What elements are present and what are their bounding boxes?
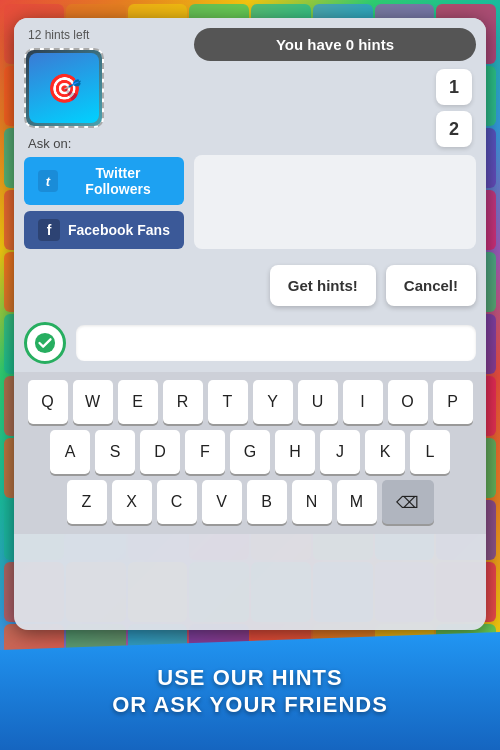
- left-panel: 12 hints left 🎯 Ask on: t Twitter Follow…: [24, 28, 184, 249]
- keyboard-row-1: QWERTYUIOP: [20, 380, 480, 424]
- game-icon: 🎯: [26, 50, 102, 126]
- checkmark-svg: [34, 332, 56, 354]
- key-s[interactable]: S: [95, 430, 135, 474]
- twitter-button[interactable]: t Twitter Followers: [24, 157, 184, 205]
- key-k[interactable]: K: [365, 430, 405, 474]
- keyboard-row-3: ZXCVBNM⌫: [20, 480, 480, 524]
- key-f[interactable]: F: [185, 430, 225, 474]
- key-a[interactable]: A: [50, 430, 90, 474]
- action-row: Get hints! Cancel!: [14, 257, 486, 314]
- key-l[interactable]: L: [410, 430, 450, 474]
- get-hints-button[interactable]: Get hints!: [270, 265, 376, 306]
- cancel-button[interactable]: Cancel!: [386, 265, 476, 306]
- number-box-2: 2: [436, 111, 472, 147]
- key-w[interactable]: W: [73, 380, 113, 424]
- hints-left-label: 12 hints left: [24, 28, 89, 42]
- key-e[interactable]: E: [118, 380, 158, 424]
- key-d[interactable]: D: [140, 430, 180, 474]
- facebook-label: Facebook Fans: [68, 222, 170, 238]
- key-u[interactable]: U: [298, 380, 338, 424]
- key-y[interactable]: Y: [253, 380, 293, 424]
- number-box-1: 1: [436, 69, 472, 105]
- ask-on-label: Ask on:: [24, 136, 71, 151]
- key-g[interactable]: G: [230, 430, 270, 474]
- keyboard-row-2: ASDFGHJKL: [20, 430, 480, 474]
- facebook-icon: f: [38, 219, 60, 241]
- key-q[interactable]: Q: [28, 380, 68, 424]
- game-icon-frame: 🎯: [24, 48, 104, 128]
- key-p[interactable]: P: [433, 380, 473, 424]
- hints-badge: You have 0 hints: [194, 28, 476, 61]
- key-i[interactable]: I: [343, 380, 383, 424]
- key-z[interactable]: Z: [67, 480, 107, 524]
- answer-section: [14, 314, 486, 372]
- key-x[interactable]: X: [112, 480, 152, 524]
- main-panel: 12 hints left 🎯 Ask on: t Twitter Follow…: [14, 18, 486, 630]
- key-v[interactable]: V: [202, 480, 242, 524]
- backspace-key[interactable]: ⌫: [382, 480, 434, 524]
- ribbon-line1: USE OUR HINTS: [157, 664, 342, 692]
- key-m[interactable]: M: [337, 480, 377, 524]
- right-panel: You have 0 hints 1 2: [194, 28, 476, 249]
- svg-point-0: [35, 333, 55, 353]
- bottom-ribbon: USE OUR HINTS OR ASK YOUR FRIENDS: [0, 632, 500, 750]
- check-icon: [24, 322, 66, 364]
- key-n[interactable]: N: [292, 480, 332, 524]
- game-icon-inner: 🎯: [29, 53, 99, 123]
- keyboard-section: QWERTYUIOP ASDFGHJKL ZXCVBNM⌫: [14, 372, 486, 534]
- answer-input-bar[interactable]: [76, 325, 476, 361]
- key-h[interactable]: H: [275, 430, 315, 474]
- top-section: 12 hints left 🎯 Ask on: t Twitter Follow…: [14, 18, 486, 257]
- key-r[interactable]: R: [163, 380, 203, 424]
- key-b[interactable]: B: [247, 480, 287, 524]
- ribbon-line2: OR ASK YOUR FRIENDS: [112, 691, 388, 719]
- key-t[interactable]: T: [208, 380, 248, 424]
- number-boxes: 1 2: [194, 69, 476, 147]
- twitter-icon: t: [38, 170, 58, 192]
- twitter-label: Twitter Followers: [66, 165, 170, 197]
- key-j[interactable]: J: [320, 430, 360, 474]
- hint-placeholder: [194, 155, 476, 249]
- key-o[interactable]: O: [388, 380, 428, 424]
- key-c[interactable]: C: [157, 480, 197, 524]
- facebook-button[interactable]: f Facebook Fans: [24, 211, 184, 249]
